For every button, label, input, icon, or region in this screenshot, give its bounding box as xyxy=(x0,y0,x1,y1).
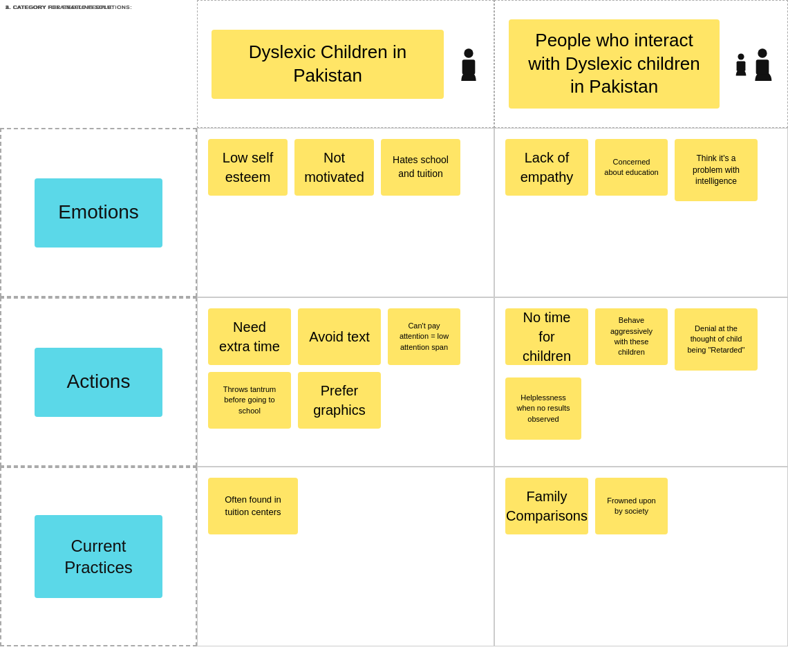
emotions-b-card-1: Lack of empathy xyxy=(505,139,588,196)
practices-blue-card: Current Practices xyxy=(35,515,162,598)
actions-card-1: Need extra time xyxy=(208,308,291,365)
actions-b-card-4: Helplessness when no results observed xyxy=(505,377,581,440)
actions-col-b: No time for children Behave aggressively… xyxy=(494,297,788,467)
actions-card-5: Prefer graphics xyxy=(298,372,381,429)
header-empty xyxy=(0,0,197,128)
actions-b-card-3: Denial at the thought of child being "Re… xyxy=(675,308,758,371)
people-interact-card: People who interact with Dyslexic childr… xyxy=(509,19,720,109)
emotions-category-cell: 1. CATEGORY FOR ENABLING SOLUTIONS: Emot… xyxy=(0,128,197,297)
emotions-card-1: Low self esteem xyxy=(208,139,288,196)
practices-b-card-2: Frowned upon by society xyxy=(595,478,668,534)
header-col-a: A. CATEGORY RELATED TO PEOPLE: Dyslexic … xyxy=(197,0,494,128)
practices-b-card-1: Family Comparisons xyxy=(505,478,588,534)
practices-col-a: Often found in tuition centers xyxy=(197,467,494,646)
person-icon-double xyxy=(733,48,773,81)
svg-rect-3 xyxy=(737,61,746,71)
emotions-b-card-3: Think it's a problem with intelligence xyxy=(675,139,758,201)
dyslexic-children-card: Dyslexic Children in Pakistan xyxy=(212,30,444,99)
emotions-col-b: Lack of empathy Concerned about educatio… xyxy=(494,128,788,297)
practices-card-1: Often found in tuition centers xyxy=(208,478,298,534)
actions-blue-card: Actions xyxy=(35,348,162,417)
emotions-blue-card: Emotions xyxy=(35,178,162,248)
emotions-b-card-2: Concerned about education xyxy=(595,139,668,196)
practices-col-b: Family Comparisons Frowned upon by socie… xyxy=(494,467,788,646)
row3-label: 3. CATEGORY FOR ENABLING SOLUTIONS: xyxy=(6,4,132,10)
emotions-card-2: Not motivated xyxy=(294,139,374,196)
emotions-card-3: Hates school and tuition xyxy=(381,139,460,196)
svg-point-0 xyxy=(464,48,473,57)
actions-card-3: Can't pay attention = low attention span xyxy=(388,308,460,365)
main-grid: A. CATEGORY RELATED TO PEOPLE: Dyslexic … xyxy=(0,0,788,646)
actions-b-card-1: No time for children xyxy=(505,308,588,365)
actions-card-2: Avoid text xyxy=(298,308,381,365)
svg-rect-5 xyxy=(756,59,769,74)
actions-card-4: Throws tantrum before going to school xyxy=(208,372,291,429)
actions-category-cell: 2. CATEGORY FOR ENABLING SOLUTIONS: Acti… xyxy=(0,297,197,467)
svg-point-2 xyxy=(738,53,744,59)
header-col-b: B. CATEGORY RELATED TO PEOPLE: People wh… xyxy=(494,0,788,128)
person-icon-single xyxy=(458,48,480,81)
svg-rect-1 xyxy=(462,59,476,74)
svg-point-4 xyxy=(758,48,767,57)
practices-category-cell: 3. CATEGORY FOR ENABLING SOLUTIONS: Curr… xyxy=(0,467,197,646)
emotions-col-a: Low self esteem Not motivated Hates scho… xyxy=(197,128,494,297)
actions-b-card-2: Behave aggressively with these children xyxy=(595,308,668,365)
actions-col-a: Need extra time Avoid text Can't pay att… xyxy=(197,297,494,467)
